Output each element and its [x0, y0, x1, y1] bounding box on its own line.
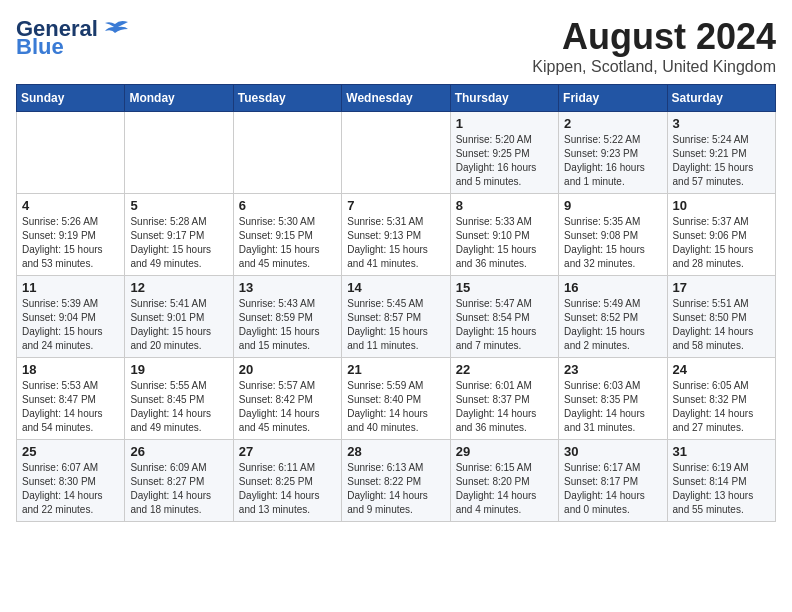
day-content: Sunrise: 5:57 AM Sunset: 8:42 PM Dayligh…: [239, 379, 336, 435]
header-wednesday: Wednesday: [342, 85, 450, 112]
day-content: Sunrise: 5:49 AM Sunset: 8:52 PM Dayligh…: [564, 297, 661, 353]
calendar-cell: 30Sunrise: 6:17 AM Sunset: 8:17 PM Dayli…: [559, 440, 667, 522]
calendar-cell: 19Sunrise: 5:55 AM Sunset: 8:45 PM Dayli…: [125, 358, 233, 440]
day-number: 7: [347, 198, 444, 213]
day-number: 28: [347, 444, 444, 459]
day-number: 3: [673, 116, 770, 131]
calendar-cell: 31Sunrise: 6:19 AM Sunset: 8:14 PM Dayli…: [667, 440, 775, 522]
day-number: 10: [673, 198, 770, 213]
day-number: 9: [564, 198, 661, 213]
calendar-cell: 23Sunrise: 6:03 AM Sunset: 8:35 PM Dayli…: [559, 358, 667, 440]
day-content: Sunrise: 5:33 AM Sunset: 9:10 PM Dayligh…: [456, 215, 553, 271]
day-content: Sunrise: 5:35 AM Sunset: 9:08 PM Dayligh…: [564, 215, 661, 271]
day-content: Sunrise: 5:59 AM Sunset: 8:40 PM Dayligh…: [347, 379, 444, 435]
day-number: 15: [456, 280, 553, 295]
day-number: 21: [347, 362, 444, 377]
calendar-cell: 25Sunrise: 6:07 AM Sunset: 8:30 PM Dayli…: [17, 440, 125, 522]
day-content: Sunrise: 5:26 AM Sunset: 9:19 PM Dayligh…: [22, 215, 119, 271]
calendar-cell: 9Sunrise: 5:35 AM Sunset: 9:08 PM Daylig…: [559, 194, 667, 276]
day-number: 14: [347, 280, 444, 295]
day-number: 20: [239, 362, 336, 377]
calendar-table: Sunday Monday Tuesday Wednesday Thursday…: [16, 84, 776, 522]
calendar-title: August 2024: [532, 16, 776, 58]
calendar-cell: [342, 112, 450, 194]
page-header: General Blue August 2024 Kippen, Scotlan…: [16, 16, 776, 76]
week-row-1: 1Sunrise: 5:20 AM Sunset: 9:25 PM Daylig…: [17, 112, 776, 194]
logo-bird-icon: [100, 19, 130, 39]
calendar-cell: 24Sunrise: 6:05 AM Sunset: 8:32 PM Dayli…: [667, 358, 775, 440]
calendar-cell: 1Sunrise: 5:20 AM Sunset: 9:25 PM Daylig…: [450, 112, 558, 194]
day-number: 2: [564, 116, 661, 131]
calendar-cell: [17, 112, 125, 194]
calendar-cell: 12Sunrise: 5:41 AM Sunset: 9:01 PM Dayli…: [125, 276, 233, 358]
day-content: Sunrise: 5:47 AM Sunset: 8:54 PM Dayligh…: [456, 297, 553, 353]
day-number: 12: [130, 280, 227, 295]
day-content: Sunrise: 6:11 AM Sunset: 8:25 PM Dayligh…: [239, 461, 336, 517]
day-number: 17: [673, 280, 770, 295]
calendar-cell: 18Sunrise: 5:53 AM Sunset: 8:47 PM Dayli…: [17, 358, 125, 440]
calendar-cell: 13Sunrise: 5:43 AM Sunset: 8:59 PM Dayli…: [233, 276, 341, 358]
day-number: 24: [673, 362, 770, 377]
calendar-cell: 27Sunrise: 6:11 AM Sunset: 8:25 PM Dayli…: [233, 440, 341, 522]
logo: General Blue: [16, 16, 130, 60]
calendar-header: Sunday Monday Tuesday Wednesday Thursday…: [17, 85, 776, 112]
day-content: Sunrise: 5:45 AM Sunset: 8:57 PM Dayligh…: [347, 297, 444, 353]
day-content: Sunrise: 5:55 AM Sunset: 8:45 PM Dayligh…: [130, 379, 227, 435]
day-content: Sunrise: 6:03 AM Sunset: 8:35 PM Dayligh…: [564, 379, 661, 435]
calendar-cell: 21Sunrise: 5:59 AM Sunset: 8:40 PM Dayli…: [342, 358, 450, 440]
day-content: Sunrise: 5:20 AM Sunset: 9:25 PM Dayligh…: [456, 133, 553, 189]
week-row-2: 4Sunrise: 5:26 AM Sunset: 9:19 PM Daylig…: [17, 194, 776, 276]
header-friday: Friday: [559, 85, 667, 112]
calendar-cell: [233, 112, 341, 194]
calendar-cell: 17Sunrise: 5:51 AM Sunset: 8:50 PM Dayli…: [667, 276, 775, 358]
calendar-cell: 11Sunrise: 5:39 AM Sunset: 9:04 PM Dayli…: [17, 276, 125, 358]
day-number: 11: [22, 280, 119, 295]
header-row: Sunday Monday Tuesday Wednesday Thursday…: [17, 85, 776, 112]
week-row-5: 25Sunrise: 6:07 AM Sunset: 8:30 PM Dayli…: [17, 440, 776, 522]
day-number: 5: [130, 198, 227, 213]
calendar-cell: 26Sunrise: 6:09 AM Sunset: 8:27 PM Dayli…: [125, 440, 233, 522]
calendar-cell: 8Sunrise: 5:33 AM Sunset: 9:10 PM Daylig…: [450, 194, 558, 276]
day-number: 18: [22, 362, 119, 377]
calendar-cell: [125, 112, 233, 194]
calendar-body: 1Sunrise: 5:20 AM Sunset: 9:25 PM Daylig…: [17, 112, 776, 522]
calendar-cell: 22Sunrise: 6:01 AM Sunset: 8:37 PM Dayli…: [450, 358, 558, 440]
day-content: Sunrise: 5:51 AM Sunset: 8:50 PM Dayligh…: [673, 297, 770, 353]
calendar-subtitle: Kippen, Scotland, United Kingdom: [532, 58, 776, 76]
header-sunday: Sunday: [17, 85, 125, 112]
calendar-cell: 6Sunrise: 5:30 AM Sunset: 9:15 PM Daylig…: [233, 194, 341, 276]
day-number: 4: [22, 198, 119, 213]
calendar-cell: 10Sunrise: 5:37 AM Sunset: 9:06 PM Dayli…: [667, 194, 775, 276]
day-number: 16: [564, 280, 661, 295]
day-number: 6: [239, 198, 336, 213]
calendar-cell: 4Sunrise: 5:26 AM Sunset: 9:19 PM Daylig…: [17, 194, 125, 276]
day-content: Sunrise: 6:05 AM Sunset: 8:32 PM Dayligh…: [673, 379, 770, 435]
calendar-cell: 15Sunrise: 5:47 AM Sunset: 8:54 PM Dayli…: [450, 276, 558, 358]
day-content: Sunrise: 6:17 AM Sunset: 8:17 PM Dayligh…: [564, 461, 661, 517]
header-saturday: Saturday: [667, 85, 775, 112]
day-number: 30: [564, 444, 661, 459]
day-number: 19: [130, 362, 227, 377]
logo-blue: Blue: [16, 34, 64, 60]
day-number: 8: [456, 198, 553, 213]
calendar-cell: 16Sunrise: 5:49 AM Sunset: 8:52 PM Dayli…: [559, 276, 667, 358]
week-row-4: 18Sunrise: 5:53 AM Sunset: 8:47 PM Dayli…: [17, 358, 776, 440]
day-content: Sunrise: 6:09 AM Sunset: 8:27 PM Dayligh…: [130, 461, 227, 517]
calendar-cell: 14Sunrise: 5:45 AM Sunset: 8:57 PM Dayli…: [342, 276, 450, 358]
day-number: 27: [239, 444, 336, 459]
day-number: 1: [456, 116, 553, 131]
day-content: Sunrise: 6:01 AM Sunset: 8:37 PM Dayligh…: [456, 379, 553, 435]
day-content: Sunrise: 5:31 AM Sunset: 9:13 PM Dayligh…: [347, 215, 444, 271]
calendar-cell: 28Sunrise: 6:13 AM Sunset: 8:22 PM Dayli…: [342, 440, 450, 522]
calendar-cell: 7Sunrise: 5:31 AM Sunset: 9:13 PM Daylig…: [342, 194, 450, 276]
day-content: Sunrise: 5:37 AM Sunset: 9:06 PM Dayligh…: [673, 215, 770, 271]
calendar-cell: 29Sunrise: 6:15 AM Sunset: 8:20 PM Dayli…: [450, 440, 558, 522]
day-number: 13: [239, 280, 336, 295]
day-content: Sunrise: 5:30 AM Sunset: 9:15 PM Dayligh…: [239, 215, 336, 271]
header-monday: Monday: [125, 85, 233, 112]
day-number: 31: [673, 444, 770, 459]
day-content: Sunrise: 6:15 AM Sunset: 8:20 PM Dayligh…: [456, 461, 553, 517]
day-content: Sunrise: 6:19 AM Sunset: 8:14 PM Dayligh…: [673, 461, 770, 517]
title-block: August 2024 Kippen, Scotland, United Kin…: [532, 16, 776, 76]
day-content: Sunrise: 5:28 AM Sunset: 9:17 PM Dayligh…: [130, 215, 227, 271]
